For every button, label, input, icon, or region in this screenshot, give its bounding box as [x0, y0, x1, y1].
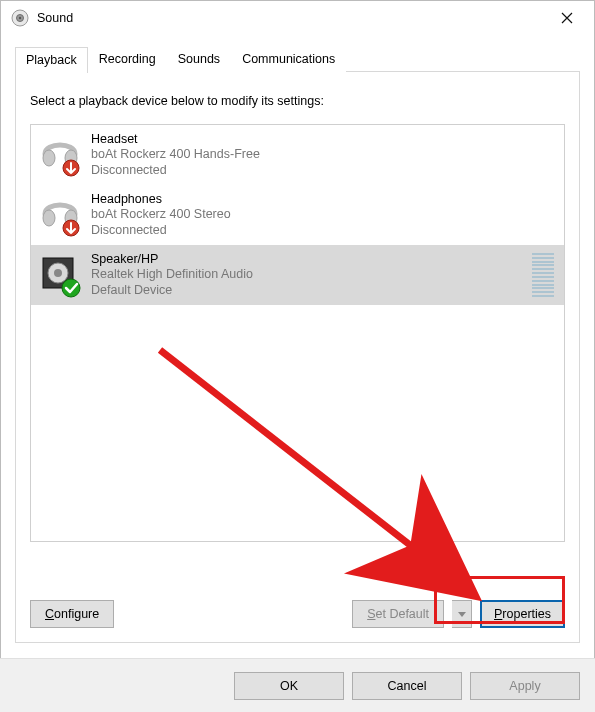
device-text: Headset boAt Rockerz 400 Hands-Free Disc…	[91, 132, 556, 179]
device-row-headphones[interactable]: Headphones boAt Rockerz 400 Stereo Disco…	[31, 185, 564, 245]
device-name: Speaker/HP	[91, 252, 524, 268]
level-meter	[532, 253, 554, 297]
device-name: Headphones	[91, 192, 556, 208]
device-status: Default Device	[91, 283, 524, 299]
device-name: Headset	[91, 132, 556, 148]
set-default-button[interactable]: Set Default	[352, 600, 444, 628]
device-status: Disconnected	[91, 163, 556, 179]
lower-button-row: Configure Set Default Properties	[30, 600, 565, 628]
device-detail: boAt Rockerz 400 Hands-Free	[91, 147, 556, 163]
dialog-button-bar: OK Cancel Apply	[0, 658, 595, 712]
svg-point-2	[19, 17, 21, 19]
window-title: Sound	[37, 11, 73, 25]
svg-point-6	[43, 210, 55, 226]
tab-body: Select a playback device below to modify…	[15, 71, 580, 643]
headset-icon	[37, 132, 83, 178]
svg-point-12	[62, 279, 80, 297]
configure-button[interactable]: Configure	[30, 600, 114, 628]
tab-sounds[interactable]: Sounds	[167, 46, 231, 72]
svg-point-3	[43, 150, 55, 166]
svg-point-11	[54, 269, 62, 277]
tab-playback[interactable]: Playback	[15, 47, 88, 73]
cancel-button[interactable]: Cancel	[352, 672, 462, 700]
device-text: Speaker/HP Realtek High Definition Audio…	[91, 252, 524, 299]
close-button[interactable]	[544, 3, 590, 33]
device-status: Disconnected	[91, 223, 556, 239]
apply-button[interactable]: Apply	[470, 672, 580, 700]
device-list[interactable]: Headset boAt Rockerz 400 Hands-Free Disc…	[30, 124, 565, 542]
tab-strip: Playback Recording Sounds Communications	[15, 46, 580, 72]
title-bar: Sound	[1, 1, 594, 35]
set-default-dropdown[interactable]	[452, 600, 472, 628]
speaker-icon	[37, 252, 83, 298]
ok-button[interactable]: OK	[234, 672, 344, 700]
sound-icon	[11, 9, 29, 27]
device-row-speaker[interactable]: Speaker/HP Realtek High Definition Audio…	[31, 245, 564, 305]
tab-communications[interactable]: Communications	[231, 46, 346, 72]
properties-button[interactable]: Properties	[480, 600, 565, 628]
device-detail: boAt Rockerz 400 Stereo	[91, 207, 556, 223]
device-text: Headphones boAt Rockerz 400 Stereo Disco…	[91, 192, 556, 239]
instruction-text: Select a playback device below to modify…	[30, 94, 565, 108]
device-row-headset[interactable]: Headset boAt Rockerz 400 Hands-Free Disc…	[31, 125, 564, 185]
headphones-icon	[37, 192, 83, 238]
tab-recording[interactable]: Recording	[88, 46, 167, 72]
device-detail: Realtek High Definition Audio	[91, 267, 524, 283]
tab-container: Playback Recording Sounds Communications…	[15, 46, 580, 650]
